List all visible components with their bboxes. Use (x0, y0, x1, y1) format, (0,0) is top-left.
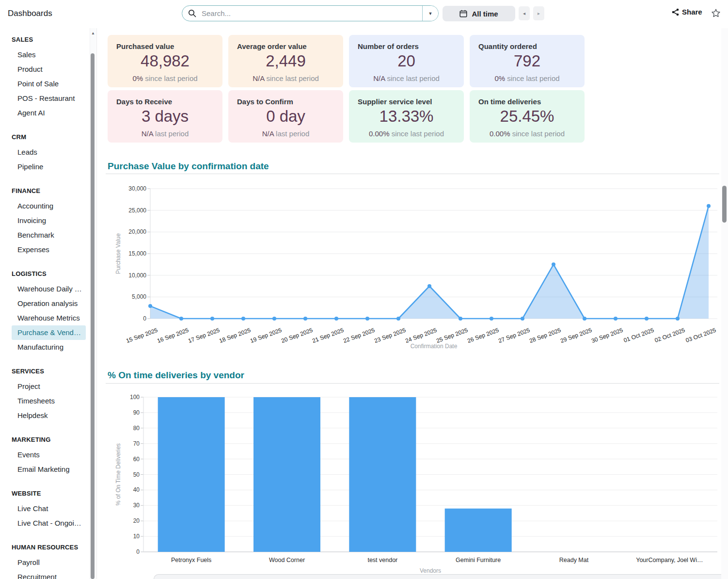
on-time-deliveries-by-vendor-chart[interactable]: 0102030405060708090100Petronyx FuelsWood… (106, 388, 721, 579)
previous-period-button[interactable]: ◂ (519, 6, 530, 20)
sidebar-item-benchmark[interactable]: Benchmark (12, 228, 86, 242)
sidebar-item-operation-analysis[interactable]: Operation analysis (12, 296, 86, 311)
sidebar-item-point-of-sale[interactable]: Point of Sale (12, 77, 86, 91)
svg-text:23 Sep 2025: 23 Sep 2025 (373, 327, 407, 345)
data-point[interactable] (645, 317, 649, 321)
sidebar-item-accounting[interactable]: Accounting (12, 199, 86, 213)
bar-wood-corner[interactable] (253, 397, 320, 552)
kpi-delta: N/A since last period (349, 74, 464, 82)
sidebar-item-timesheets[interactable]: Timesheets (12, 394, 86, 408)
sidebar-section-header: HUMAN RESOURCES (12, 544, 96, 551)
data-point[interactable] (552, 262, 555, 266)
sidebar-item-live-chat[interactable]: Live Chat (12, 501, 86, 516)
section-title-on-time-deliveries: % On time deliveries by vendor (108, 370, 244, 381)
sidebar-item-purchase-vend[interactable]: Purchase & Vend… (12, 325, 86, 340)
sidebar-item-pipeline[interactable]: Pipeline (12, 160, 86, 174)
sidebar-scrollbar-thumb[interactable] (91, 53, 95, 579)
bar-test-vendor[interactable] (349, 397, 416, 552)
kpi-card-purchased-value[interactable]: Purchased value48,9820% since last perio… (108, 35, 222, 87)
sidebar-section-website: WEBSITELive ChatLive Chat - Ongoi… (12, 490, 96, 531)
sidebar-item-expenses[interactable]: Expenses (12, 242, 86, 257)
kpi-card-on-time-deliveries[interactable]: On time deliveries25.45%0.00% since last… (470, 90, 585, 143)
sidebar-sections: SALESSalesProductPoint of SalePOS - Rest… (0, 36, 96, 579)
svg-text:test vendor: test vendor (367, 557, 397, 563)
svg-text:26 Sep 2025: 26 Sep 2025 (466, 327, 500, 345)
data-point[interactable] (459, 317, 462, 321)
search-input[interactable] (202, 6, 422, 21)
sidebar-item-email-marketing[interactable]: Email Marketing (12, 462, 86, 477)
data-point[interactable] (521, 317, 524, 321)
page-scrollbar-thumb[interactable] (722, 186, 727, 223)
sidebar-item-events[interactable]: Events (12, 448, 86, 462)
favorite-star-button[interactable] (710, 8, 722, 19)
sidebar-item-sales[interactable]: Sales (12, 48, 86, 62)
sidebar-item-invoicing[interactable]: Invoicing (12, 213, 86, 228)
svg-text:Petronyx Fuels: Petronyx Fuels (171, 557, 211, 563)
search-dropdown-toggle[interactable]: ▼ (422, 6, 438, 21)
data-point[interactable] (210, 317, 214, 321)
purchase-value-by-confirmation-date-chart[interactable]: 05,00010,00015,00020,00025,00030,00015 S… (106, 177, 721, 358)
svg-text:02 Oct 2025: 02 Oct 2025 (654, 327, 686, 344)
data-point[interactable] (179, 317, 183, 321)
svg-text:90: 90 (133, 409, 140, 416)
calendar-icon (459, 10, 467, 17)
data-point[interactable] (676, 317, 680, 321)
page-scrollbar-track[interactable] (721, 28, 728, 579)
svg-text:80: 80 (133, 425, 140, 432)
share-button[interactable]: Share (672, 8, 702, 16)
svg-text:70: 70 (133, 440, 140, 447)
sidebar-item-pos-restaurant[interactable]: POS - Restaurant (12, 91, 86, 106)
sidebar-item-project[interactable]: Project (12, 379, 86, 394)
kpi-delta-lead: 0% (132, 74, 143, 82)
svg-text:21 Sep 2025: 21 Sep 2025 (311, 327, 345, 345)
sidebar-item-agent-ai[interactable]: Agent AI (12, 106, 86, 120)
data-point[interactable] (583, 317, 586, 321)
kpi-card-number-of-orders[interactable]: Number of orders20N/A since last period (349, 35, 464, 87)
svg-text:Gemini Furniture: Gemini Furniture (456, 557, 501, 563)
data-point[interactable] (427, 284, 431, 288)
sidebar-item-payroll[interactable]: Payroll (12, 555, 86, 570)
search-icon (182, 6, 202, 21)
svg-text:18 Sep 2025: 18 Sep 2025 (218, 327, 252, 345)
data-point[interactable] (272, 317, 276, 321)
data-point[interactable] (396, 317, 400, 321)
kpi-card-days-to-receive[interactable]: Days to Receive3 daysN/A last period (108, 90, 222, 143)
sidebar-item-leads[interactable]: Leads (12, 145, 86, 160)
data-point[interactable] (334, 317, 338, 321)
kpi-label: Days to Confirm (228, 90, 343, 106)
sidebar-item-product[interactable]: Product (12, 62, 86, 77)
sidebar-item-recruitment[interactable]: Recruitment (12, 570, 86, 579)
data-point[interactable] (614, 317, 617, 321)
data-point[interactable] (303, 317, 307, 321)
svg-text:30: 30 (133, 502, 140, 509)
kpi-card-days-to-confirm[interactable]: Days to Confirm0 dayN/A last period (228, 90, 343, 143)
sidebar-item-live-chat-ongoi[interactable]: Live Chat - Ongoi… (12, 516, 86, 531)
svg-text:Confirmation Date: Confirmation Date (411, 343, 458, 350)
next-period-button[interactable]: ▸ (533, 6, 544, 20)
svg-text:16 Sep 2025: 16 Sep 2025 (156, 327, 190, 345)
data-point[interactable] (707, 204, 711, 208)
svg-text:01 Oct 2025: 01 Oct 2025 (623, 327, 655, 344)
kpi-value: 792 (470, 52, 585, 70)
kpi-card-average-order-value[interactable]: Average order value2,449N/A since last p… (228, 35, 343, 87)
sidebar-item-helpdesk[interactable]: Helpdesk (12, 408, 86, 423)
sidebar-section-logistics: LOGISTICSWarehouse Daily …Operation anal… (12, 270, 96, 354)
bar-gemini-furniture[interactable] (445, 509, 512, 552)
kpi-card-supplier-service-level[interactable]: Supplier service level13.33%0.00% since … (349, 90, 464, 143)
sidebar-scroll-up-icon[interactable]: ▲ (91, 31, 95, 35)
sidebar-section-header: CRM (12, 133, 96, 141)
data-point[interactable] (365, 317, 369, 321)
data-point[interactable] (490, 317, 493, 321)
sidebar-item-manufacturing[interactable]: Manufacturing (12, 340, 86, 354)
area-fill (150, 206, 709, 319)
sidebar-section-finance: FINANCEAccountingInvoicingBenchmarkExpen… (12, 187, 96, 257)
data-point[interactable] (148, 304, 152, 308)
period-filter-button[interactable]: All time (443, 6, 515, 21)
data-point[interactable] (241, 317, 245, 321)
bar-petronyx-fuels[interactable] (158, 397, 225, 552)
kpi-card-quantity-ordered[interactable]: Quantity ordered7920% since last period (470, 35, 585, 87)
sidebar-item-warehouse-metrics[interactable]: Warehouse Metrics (12, 311, 86, 325)
sidebar-item-warehouse-daily[interactable]: Warehouse Daily … (12, 282, 86, 296)
svg-text:40: 40 (133, 486, 140, 493)
svg-text:03 Oct 2025: 03 Oct 2025 (685, 327, 717, 344)
